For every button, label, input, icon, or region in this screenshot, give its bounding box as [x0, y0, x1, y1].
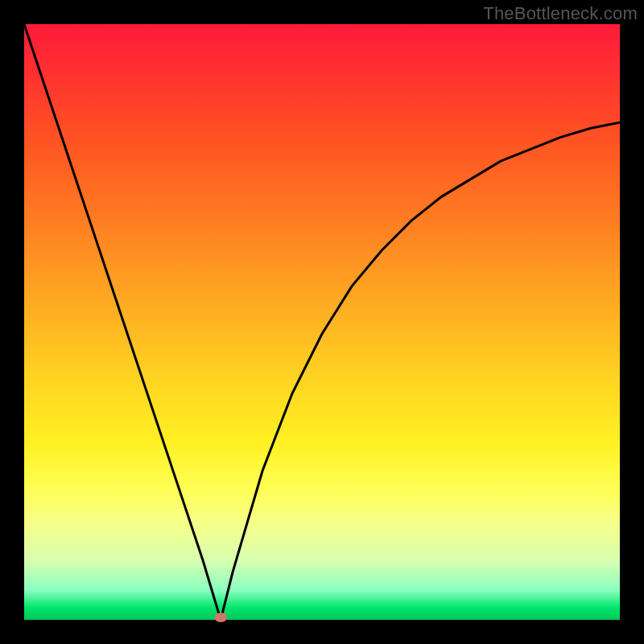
chart-curve-svg [24, 24, 620, 620]
bottleneck-curve-path [24, 24, 620, 620]
minimum-point-dot [214, 613, 227, 622]
chart-plot-area [24, 24, 620, 620]
chart-frame: TheBottleneck.com [0, 0, 644, 644]
watermark-text: TheBottleneck.com [483, 3, 638, 24]
